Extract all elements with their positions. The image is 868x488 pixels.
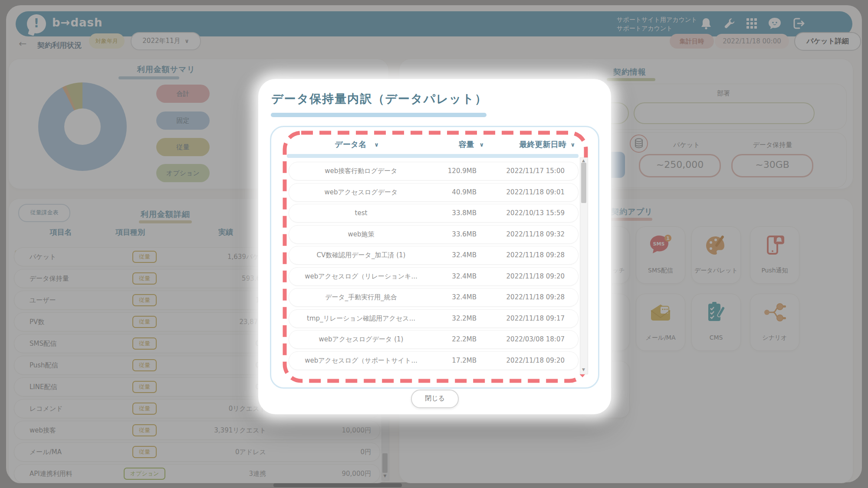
list-item: web接客行動ログデータ120.9MB2022/11/17 15:00 bbox=[289, 162, 579, 180]
chevron-down-icon: ∨ bbox=[479, 141, 484, 148]
sort-header-size[interactable]: 容量∨ bbox=[414, 139, 484, 150]
modal-header-divider bbox=[287, 154, 579, 158]
screen: ! b→dash サポートサイト用アカウント サポートアカウント bbox=[0, 0, 868, 488]
scroll-up-icon[interactable]: ▲ bbox=[580, 158, 587, 163]
list-item: CV数確認用データ_加工済 (1)32.4MB2022/11/18 09:28 bbox=[289, 246, 579, 265]
list-item: web施策33.6MB2022/11/18 09:32 bbox=[289, 225, 579, 244]
modal-scrollbar-thumb[interactable] bbox=[581, 163, 586, 203]
close-button[interactable]: 閉じる bbox=[411, 390, 459, 408]
chevron-down-icon: ∨ bbox=[374, 141, 379, 148]
list-item: webアクセスログ（リレーションキ...32.4MB2022/11/18 09:… bbox=[289, 267, 579, 286]
modal-title-underline bbox=[271, 113, 487, 117]
list-item: webアクセスログデータ (1)22.2MB2022/03/08 18:07 bbox=[289, 330, 579, 349]
list-item: tmp_リレーション確認用アクセス...32.2MB2022/11/18 09:… bbox=[289, 309, 579, 328]
modal-table-container: データ名∨ 容量∨ 最終更新日時∨ web接客行動ログデータ120.9MB202… bbox=[270, 126, 599, 389]
list-item: webアクセスログデータ40.9MB2022/11/18 09:01 bbox=[289, 183, 579, 202]
sort-header-date[interactable]: 最終更新日時∨ bbox=[488, 139, 575, 150]
list-item: test33.8MB2022/10/13 15:59 bbox=[289, 204, 579, 223]
sort-header-name[interactable]: データ名∨ bbox=[305, 139, 409, 150]
scroll-down-icon[interactable]: ▼ bbox=[580, 367, 587, 372]
list-item: webアクセスログ（サポートサイト...17.2MB2022/11/18 09:… bbox=[289, 351, 579, 370]
data-retention-modal: データ保持量内訳（データパレット） データ名∨ 容量∨ 最終更新日時∨ web接… bbox=[258, 79, 611, 414]
list-item: データ_手動実行用_統合32.4MB2022/11/18 09:28 bbox=[289, 288, 579, 307]
modal-title: データ保持量内訳（データパレット） bbox=[271, 91, 487, 107]
chevron-down-icon: ∨ bbox=[570, 141, 575, 148]
